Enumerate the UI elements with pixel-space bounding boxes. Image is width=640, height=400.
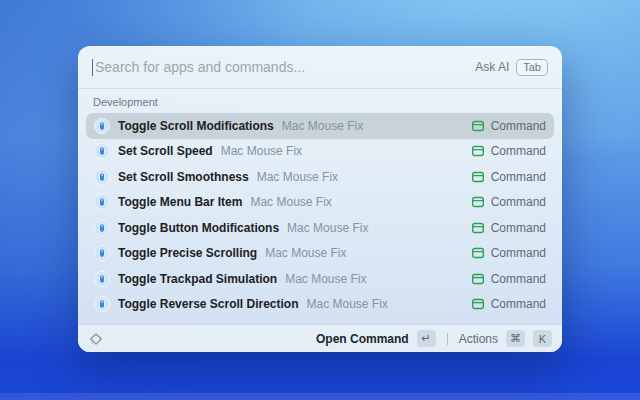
launcher-window: Ask AI Tab Development Toggle Scroll Mod… bbox=[78, 46, 562, 352]
mac-mouse-fix-app-icon bbox=[94, 143, 110, 159]
list-item[interactable]: Toggle Reverse Scroll Direction Mac Mous… bbox=[86, 292, 554, 318]
command-type-icon bbox=[471, 119, 485, 133]
command-title: Set Scroll Speed bbox=[118, 144, 213, 158]
search-input[interactable] bbox=[95, 59, 475, 75]
command-type-label: Command bbox=[491, 272, 546, 286]
text-caret bbox=[92, 59, 93, 76]
section-header-development: Development bbox=[86, 89, 554, 113]
command-subtitle: Mac Mouse Fix bbox=[282, 119, 363, 133]
command-type-icon bbox=[471, 221, 485, 235]
command-type-label: Command bbox=[491, 221, 546, 235]
command-subtitle: Mac Mouse Fix bbox=[285, 272, 366, 286]
k-key-badge[interactable]: K bbox=[533, 330, 552, 347]
list-item[interactable]: Toggle Menu Bar Item Mac Mouse Fix Comma… bbox=[86, 190, 554, 216]
return-key-badge[interactable]: ↵ bbox=[417, 330, 436, 347]
search-bar: Ask AI Tab bbox=[78, 46, 562, 88]
command-type-label: Command bbox=[491, 246, 546, 260]
command-type-label: Command bbox=[491, 195, 546, 209]
command-type-icon bbox=[471, 170, 485, 184]
command-subtitle: Mac Mouse Fix bbox=[307, 297, 388, 311]
command-subtitle: Mac Mouse Fix bbox=[287, 221, 368, 235]
command-title: Toggle Reverse Scroll Direction bbox=[118, 297, 299, 311]
mac-mouse-fix-app-icon bbox=[94, 194, 110, 210]
command-title: Toggle Trackpad Simulation bbox=[118, 272, 277, 286]
action-bar: Open Command ↵ Actions ⌘ K bbox=[78, 324, 562, 352]
command-subtitle: Mac Mouse Fix bbox=[265, 246, 346, 260]
command-subtitle: Mac Mouse Fix bbox=[250, 195, 331, 209]
mac-mouse-fix-app-icon bbox=[94, 220, 110, 236]
mac-mouse-fix-app-icon bbox=[94, 245, 110, 261]
command-subtitle: Mac Mouse Fix bbox=[257, 170, 338, 184]
command-type-icon bbox=[471, 272, 485, 286]
command-title: Toggle Scroll Modifications bbox=[118, 119, 274, 133]
command-type-icon bbox=[471, 297, 485, 311]
command-type-label: Command bbox=[491, 119, 546, 133]
tab-key-badge[interactable]: Tab bbox=[516, 59, 548, 76]
command-type-icon bbox=[471, 246, 485, 260]
command-title: Toggle Menu Bar Item bbox=[118, 195, 242, 209]
actions-button[interactable]: Actions bbox=[459, 332, 498, 346]
list-item[interactable]: Toggle Precise Scrolling Mac Mouse Fix C… bbox=[86, 241, 554, 267]
results-list: Development Toggle Scroll Modifications … bbox=[78, 89, 562, 325]
list-item[interactable]: Toggle Trackpad Simulation Mac Mouse Fix… bbox=[86, 266, 554, 292]
command-title: Toggle Precise Scrolling bbox=[118, 246, 257, 260]
list-item[interactable]: Toggle Button Modifications Mac Mouse Fi… bbox=[86, 215, 554, 241]
command-type-icon bbox=[471, 195, 485, 209]
ask-ai-label[interactable]: Ask AI bbox=[475, 60, 509, 74]
raycast-logo-icon bbox=[88, 330, 106, 348]
list-item[interactable]: Set Scroll Smoothness Mac Mouse Fix Comm… bbox=[86, 164, 554, 190]
list-item[interactable]: Set Scroll Speed Mac Mouse Fix Command bbox=[86, 139, 554, 165]
open-command-button[interactable]: Open Command bbox=[316, 332, 409, 346]
desktop-wallpaper: Ask AI Tab Development Toggle Scroll Mod… bbox=[0, 0, 640, 400]
mac-mouse-fix-app-icon bbox=[94, 118, 110, 134]
command-type-label: Command bbox=[491, 144, 546, 158]
command-title: Set Scroll Smoothness bbox=[118, 170, 249, 184]
command-title: Toggle Button Modifications bbox=[118, 221, 279, 235]
cmd-key-badge[interactable]: ⌘ bbox=[506, 330, 525, 347]
command-type-label: Command bbox=[491, 170, 546, 184]
mac-mouse-fix-app-icon bbox=[94, 271, 110, 287]
mac-mouse-fix-app-icon bbox=[94, 169, 110, 185]
mac-mouse-fix-app-icon bbox=[94, 296, 110, 312]
command-type-label: Command bbox=[491, 297, 546, 311]
command-type-icon bbox=[471, 144, 485, 158]
footer-divider bbox=[447, 333, 448, 345]
list-item[interactable]: Toggle Scroll Modifications Mac Mouse Fi… bbox=[86, 113, 554, 139]
command-subtitle: Mac Mouse Fix bbox=[221, 144, 302, 158]
